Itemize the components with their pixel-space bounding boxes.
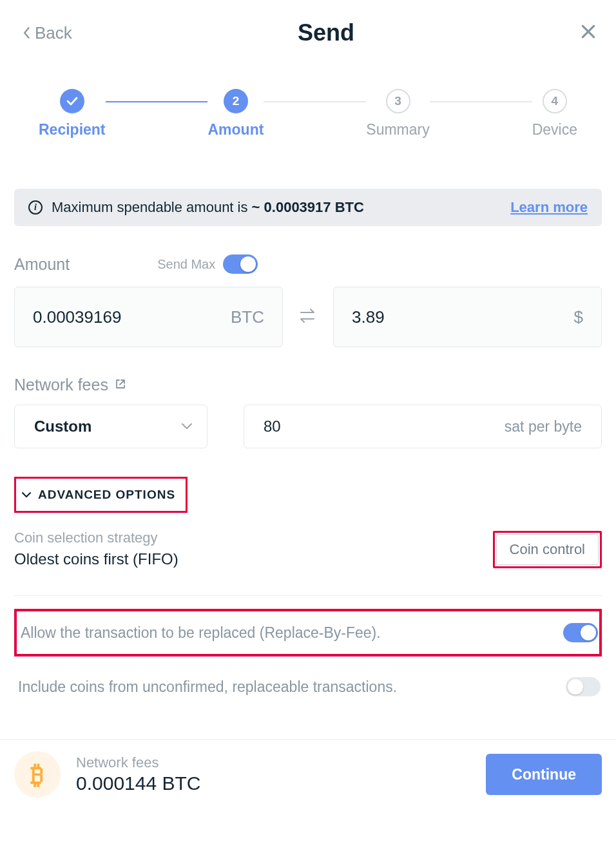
advanced-options-toggle[interactable]: ADVANCED OPTIONS <box>14 477 188 513</box>
info-icon: i <box>28 200 43 215</box>
rbf-option: Allow the transaction to be replaced (Re… <box>14 609 602 657</box>
crypto-amount-input[interactable]: 0.00039169 BTC <box>14 287 283 347</box>
unconfirmed-coins-option: Include coins from unconfirmed, replacea… <box>14 666 602 708</box>
crypto-unit: BTC <box>231 307 264 327</box>
chevron-left-icon <box>23 27 31 39</box>
step-amount[interactable]: 2 Amount <box>207 89 264 139</box>
step-device: 4 Device <box>532 89 577 139</box>
back-label: Back <box>35 23 72 43</box>
step-number: 4 <box>543 89 567 113</box>
close-button[interactable] <box>580 23 597 43</box>
step-label: Recipient <box>39 121 106 139</box>
footer-fees-label: Network fees <box>76 754 470 771</box>
divider <box>14 595 602 596</box>
step-label: Amount <box>207 121 264 139</box>
fee-mode-select[interactable]: Custom <box>14 405 207 448</box>
banner-message: Maximum spendable amount is ~ 0.0003917 … <box>52 199 501 216</box>
fiat-amount-input[interactable]: 3.89 $ <box>333 287 602 347</box>
swap-icon[interactable] <box>298 307 318 327</box>
step-number: 2 <box>224 89 248 113</box>
check-icon <box>60 89 84 113</box>
fiat-unit: $ <box>574 307 583 327</box>
step-summary: 3 Summary <box>366 89 429 139</box>
stepper: Recipient 2 Amount 3 Summary 4 Device <box>0 58 616 139</box>
step-connector <box>106 101 208 102</box>
amount-label: Amount <box>14 255 70 274</box>
network-fees-label: Network fees <box>14 376 108 394</box>
chevron-down-icon <box>21 492 32 498</box>
rbf-label: Allow the transaction to be replaced (Re… <box>21 624 381 642</box>
coin-control-button[interactable]: Coin control <box>493 531 602 568</box>
step-number: 3 <box>386 89 410 113</box>
back-button[interactable]: Back <box>23 23 72 43</box>
coin-control-label: Coin control <box>496 534 599 565</box>
continue-button[interactable]: Continue <box>486 754 602 795</box>
fee-mode-value: Custom <box>34 417 181 436</box>
bitcoin-icon: ₿ <box>14 751 61 798</box>
coin-strategy-value: Oldest coins first (FIFO) <box>14 550 178 568</box>
fee-rate-unit: sat per byte <box>505 418 582 436</box>
chevron-down-icon <box>181 421 193 432</box>
rbf-toggle[interactable] <box>563 623 598 642</box>
learn-more-link[interactable]: Learn more <box>510 199 588 216</box>
unconfirmed-label: Include coins from unconfirmed, replacea… <box>18 678 397 696</box>
continue-label: Continue <box>512 766 576 783</box>
step-connector <box>264 101 366 102</box>
coin-strategy-label: Coin selection strategy <box>14 530 178 546</box>
footer-fees-value: 0.000144 BTC <box>76 772 470 794</box>
step-recipient[interactable]: Recipient <box>39 89 106 139</box>
unconfirmed-toggle[interactable] <box>566 677 601 696</box>
step-label: Device <box>532 121 577 139</box>
step-label: Summary <box>366 121 429 139</box>
fee-rate-value: 80 <box>264 417 505 436</box>
close-icon <box>580 23 597 40</box>
fiat-amount-value: 3.89 <box>352 307 574 327</box>
fee-rate-input[interactable]: 80 sat per byte <box>244 405 602 448</box>
step-connector <box>430 101 532 102</box>
page-title: Send <box>298 19 354 46</box>
max-spendable-banner: i Maximum spendable amount is ~ 0.000391… <box>14 189 602 226</box>
external-link-icon[interactable] <box>115 378 126 392</box>
crypto-amount-value: 0.00039169 <box>33 307 231 327</box>
send-max-toggle[interactable] <box>223 254 258 274</box>
send-max-label: Send Max <box>157 257 215 272</box>
advanced-options-label: ADVANCED OPTIONS <box>38 488 175 502</box>
